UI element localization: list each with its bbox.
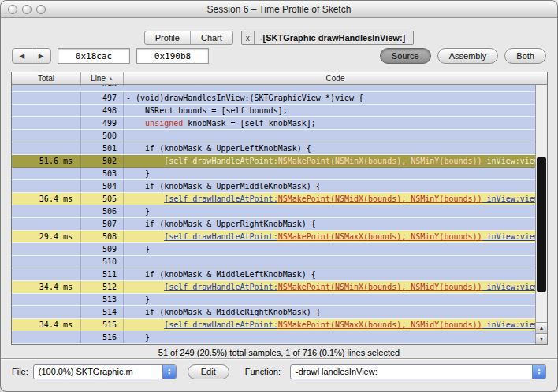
table-row[interactable]: 497- (void)drawHandlesInView:(SKTGraphic… (12, 92, 535, 105)
tab-profile[interactable]: Profile (145, 31, 190, 44)
code-cell: [self drawHandleAtPoint:NSMakePoint(NSMi… (124, 155, 535, 167)
code-segment: [self drawHandleAtPoint: (164, 283, 278, 291)
table-row[interactable]: 503 } (12, 168, 535, 180)
column-header-code[interactable]: Code (124, 72, 547, 84)
code-cell: if (knobMask & MiddleLeftKnobMask) { (124, 268, 535, 280)
code-cell: } (124, 294, 535, 305)
table-row[interactable]: 51.6 ms502 [self drawHandleAtPoint:NSMak… (12, 155, 535, 168)
scrollbar-thumb[interactable] (537, 157, 546, 292)
line-number-cell: 505 (81, 193, 124, 205)
assembly-button[interactable]: Assembly (437, 48, 499, 64)
table-row[interactable]: 516 } (12, 331, 535, 344)
source-button[interactable]: Source (380, 48, 431, 64)
line-number-cell: 516 (81, 331, 124, 343)
line-number-cell: 514 (81, 306, 124, 318)
code-segment: [self drawHandleAtPoint: (164, 232, 278, 241)
popup-down-icon: ▼ (538, 372, 541, 375)
both-button[interactable]: Both (504, 48, 546, 64)
code-cell: if (knobMask & MiddleRightKnobMask) { (124, 306, 535, 318)
close-tab-icon[interactable]: x (242, 31, 255, 44)
edit-button[interactable]: Edit (188, 364, 229, 379)
table-row[interactable]: 510 (12, 256, 535, 268)
code-segment: inView:view]; (482, 157, 535, 165)
column-header-line-label: Line (91, 74, 106, 83)
scroll-up-icon[interactable]: ▲ (536, 322, 547, 333)
line-number-cell: 496 (81, 85, 124, 86)
table-row[interactable]: 498 NSRect bounds = [self bounds]; (12, 105, 535, 117)
total-cell: 51.6 ms (12, 155, 81, 167)
address-field-start[interactable] (58, 48, 130, 64)
table-row[interactable]: 34.4 ms512 [self drawHandleAtPoint:NSMak… (12, 281, 535, 294)
popup-arrows-icon: ▲ ▼ (162, 365, 176, 379)
total-cell (12, 105, 81, 116)
line-number-cell: 500 (81, 130, 124, 142)
code-segment: } (126, 295, 150, 304)
total-cell (12, 331, 81, 343)
code-cell (124, 256, 535, 268)
scroll-down-icon[interactable]: ▼ (536, 333, 547, 344)
table-row[interactable]: 509 } (12, 243, 535, 256)
code-segment: } (126, 169, 150, 178)
column-header-total[interactable]: Total (12, 72, 81, 84)
footer-bar: File: (100.0%) SKTGraphic.m ▲ ▼ Edit Fun… (12, 363, 546, 380)
code-segment: NSMakePoint(NSMaxX(bounds), NSMidY(bound… (278, 320, 482, 329)
vertical-scrollbar[interactable]: ▲ ▼ (535, 85, 547, 344)
code-cell: if (knobMask & UpperRightKnobMask) { (124, 218, 535, 230)
column-header-line[interactable]: Line ▲ (81, 72, 124, 84)
total-cell: 34.4 ms (12, 319, 81, 331)
history-segmented-control: ◀ ▶ (12, 48, 51, 64)
table-row[interactable]: 506 } (12, 205, 535, 218)
table-row[interactable]: 501 if (knobMask & UpperLeftKnobMask) { (12, 142, 535, 155)
table-row[interactable]: 504 if (knobMask & UpperMiddleKnobMask) … (12, 180, 535, 193)
address-field-end[interactable] (136, 48, 209, 64)
code-cell: [self drawHandleAtPoint:NSMakePoint(NSMa… (124, 319, 535, 331)
file-popup[interactable]: (100.0%) SKTGraphic.m ▲ ▼ (33, 364, 177, 379)
code-segment: [self drawHandleAtPoint: (164, 320, 278, 329)
code-segment: NSRect bounds = [self bounds]; (126, 106, 288, 115)
code-segment (126, 232, 164, 241)
tab-strip: Profile Chart x -[SKTGraphic drawHandles… (1, 30, 557, 46)
view-segmented-control: Profile Chart (144, 31, 233, 45)
footer-divider (1, 358, 557, 360)
line-number-cell: 507 (81, 218, 124, 230)
code-segment: [self drawHandleAtPoint: (164, 194, 278, 203)
code-segment: if (knobMask & MiddleRightKnobMask) { (126, 308, 321, 316)
table-row[interactable]: 500 (12, 130, 535, 142)
total-cell (12, 92, 81, 104)
code-segment (126, 283, 164, 291)
tab-chart[interactable]: Chart (190, 31, 232, 44)
code-segment: if (knobMask & UpperMiddleKnobMask) { (126, 182, 321, 190)
tab-drawhandlesinview[interactable]: x -[SKTGraphic drawHandlesInView:] (241, 31, 414, 45)
line-number-cell: 513 (81, 294, 124, 305)
code-segment: unsigned (145, 119, 183, 128)
table-row[interactable]: 511 if (knobMask & MiddleLeftKnobMask) { (12, 268, 535, 281)
code-cell: } (124, 168, 535, 179)
table-row[interactable]: 499 unsigned knobMask = [self knobMask]; (12, 117, 535, 130)
code-cell: [self drawHandleAtPoint:NSMakePoint(NSMa… (124, 231, 535, 242)
table-row[interactable]: 507 if (knobMask & UpperRightKnobMask) { (12, 218, 535, 231)
code-segment (126, 320, 164, 329)
forward-icon[interactable]: ▶ (32, 49, 51, 63)
table-row[interactable]: 514 if (knobMask & MiddleRightKnobMask) … (12, 306, 535, 319)
code-segment: inView:view]; (482, 283, 535, 291)
total-cell (12, 117, 81, 129)
popup-down-icon: ▼ (167, 372, 171, 375)
total-cell (12, 130, 81, 142)
popup-arrows-icon: ▲ ▼ (532, 365, 545, 379)
total-cell (12, 294, 81, 305)
line-number-cell: 515 (81, 319, 124, 331)
code-segment (126, 194, 164, 203)
title-bar[interactable]: Session 6 – Time Profile of Sketch (1, 1, 557, 18)
app-window: Session 6 – Time Profile of Sketch Profi… (0, 0, 558, 392)
back-icon[interactable]: ◀ (13, 49, 32, 63)
table-row[interactable]: 36.4 ms505 [self drawHandleAtPoint:NSMak… (12, 193, 535, 205)
total-cell (12, 180, 81, 192)
code-cell: NSRect bounds = [self bounds]; (124, 105, 535, 116)
table-row[interactable]: 513 } (12, 294, 535, 306)
function-popup[interactable]: -drawHandlesInView: ▲ ▼ (290, 364, 546, 379)
total-cell: 29.4 ms (12, 231, 81, 242)
table-row[interactable]: 34.4 ms515 [self drawHandleAtPoint:NSMak… (12, 319, 535, 331)
line-number-cell: 497 (81, 92, 124, 104)
table-row[interactable]: 496 (12, 85, 535, 92)
table-row[interactable]: 29.4 ms508 [self drawHandleAtPoint:NSMak… (12, 231, 535, 243)
